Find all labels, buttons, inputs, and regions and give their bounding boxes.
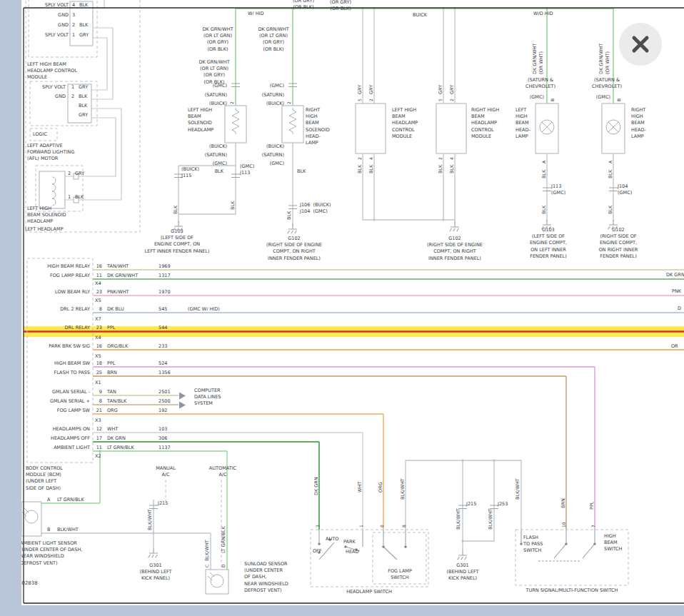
doc-number-layer: 302838 — [21, 0, 684, 605]
doc-number: 302838 — [21, 580, 38, 587]
diagram-sheet[interactable]: SPLY VOLTGNDGNDSPLY VOLT4BLK32BLK1GRYLEF… — [21, 0, 684, 605]
close-icon — [630, 34, 651, 55]
diagram-viewer: { "viewer": {"close_icon": "close-x"}, "… — [0, 0, 684, 616]
close-button[interactable] — [619, 23, 662, 66]
